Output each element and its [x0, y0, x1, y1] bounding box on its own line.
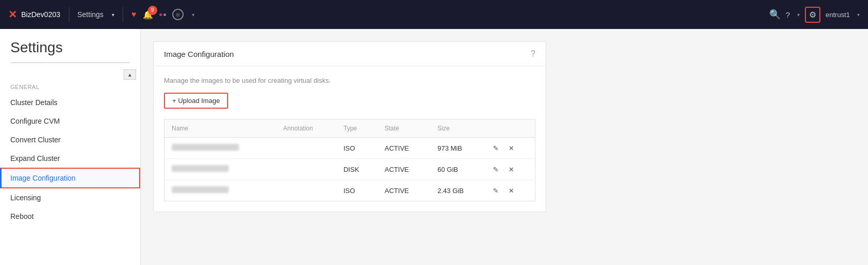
sidebar-section-general: General — [0, 84, 140, 93]
delete-icon[interactable]: ✕ — [508, 187, 514, 195]
col-annotation: Annotation — [276, 120, 336, 138]
action-separator: · — [503, 166, 505, 173]
sidebar-item-label: Configure CVM — [10, 117, 60, 125]
search-icon[interactable]: 🔍 — [769, 9, 781, 20]
delete-icon[interactable]: ✕ — [508, 144, 514, 152]
main-layout: Settings ▲ General Cluster Details Confi… — [0, 29, 868, 265]
sidebar-item-label: Image Configuration — [10, 174, 76, 182]
sidebar-item-reboot[interactable]: Reboot — [0, 207, 140, 226]
sidebar-item-licensing[interactable]: Licensing — [0, 188, 140, 207]
edit-icon[interactable]: ✎ — [493, 166, 499, 173]
cell-actions: ✎ · ✕ — [486, 138, 535, 159]
cell-actions: ✎ · ✕ — [486, 159, 535, 180]
blurred-name — [172, 165, 229, 172]
delete-icon[interactable]: ✕ — [508, 166, 514, 173]
images-table: Name Annotation Type State Size ISO — [164, 119, 535, 201]
sidebar-item-label: Licensing — [10, 194, 41, 202]
bell-icon[interactable]: 🔔 9 — [143, 10, 153, 20]
cell-name — [164, 138, 276, 159]
gear-icon[interactable]: ⚙ — [809, 10, 816, 20]
panel-body: Manage the images to be used for creatin… — [154, 66, 546, 212]
cluster-dropdown-arrow[interactable]: ▾ — [192, 12, 194, 18]
row-action-group: ✎ · ✕ — [493, 166, 528, 173]
brand-x-icon[interactable]: ✕ — [8, 8, 17, 21]
sidebar-title: Settings — [0, 39, 140, 62]
main-content: Image Configuration ? Manage the images … — [141, 29, 868, 265]
notification-badge: 9 — [148, 6, 157, 15]
scroll-controls: ▲ — [0, 69, 140, 80]
nav-icons: ♥ 🔔 9 ◎ ▾ — [131, 9, 194, 20]
brand-name: BizDev0203 — [21, 10, 61, 19]
panel-description: Manage the images to be used for creatin… — [164, 77, 535, 84]
row-action-group: ✎ · ✕ — [493, 144, 528, 152]
dot-gray — [163, 13, 166, 16]
table-row: DISK ACTIVE 60 GiB ✎ · ✕ — [164, 159, 535, 180]
sidebar-item-convert-cluster[interactable]: Convert Cluster — [0, 130, 140, 149]
image-configuration-panel: Image Configuration ? Manage the images … — [153, 41, 546, 212]
cell-size: 60 GiB — [430, 159, 486, 180]
upload-image-button[interactable]: + Upload Image — [164, 93, 228, 109]
col-actions — [486, 120, 535, 138]
nav-left: ✕ BizDev0203 Settings ▾ ♥ 🔔 9 ◎ ▾ — [8, 7, 194, 22]
cell-annotation — [276, 138, 336, 159]
cell-state: ACTIVE — [378, 159, 430, 180]
sidebar-item-label: Expand Cluster — [10, 154, 60, 163]
status-dots — [159, 13, 166, 16]
scroll-up-button[interactable]: ▲ — [124, 69, 136, 80]
table-row: ISO ACTIVE 2.43 GiB ✎ · ✕ — [164, 180, 535, 201]
col-state: State — [378, 120, 430, 138]
health-icon[interactable]: ♥ — [131, 10, 137, 19]
help-dropdown-arrow[interactable]: ▾ — [797, 12, 800, 18]
dot-pink — [159, 13, 162, 16]
user-dropdown-arrow[interactable]: ▾ — [857, 12, 860, 18]
table-row: ISO ACTIVE 973 MiB ✎ · ✕ — [164, 138, 535, 159]
blurred-name — [172, 144, 239, 151]
sidebar-item-image-configuration[interactable]: Image Configuration — [0, 168, 140, 188]
user-name: entrust1 — [826, 11, 850, 19]
col-type: Type — [336, 120, 378, 138]
cell-state: ACTIVE — [378, 180, 430, 201]
table-header-row: Name Annotation Type State Size — [164, 120, 535, 138]
cell-type: ISO — [336, 180, 378, 201]
nav-settings-label: Settings — [78, 10, 104, 19]
panel-help-icon[interactable]: ? — [531, 49, 535, 58]
cell-state: ACTIVE — [378, 138, 430, 159]
cell-name — [164, 159, 276, 180]
cell-type: DISK — [336, 159, 378, 180]
nav-right: 🔍 ? ▾ ⚙ entrust1 ▾ — [769, 7, 860, 23]
cluster-icon[interactable]: ◎ — [172, 9, 184, 20]
settings-dropdown-arrow[interactable]: ▾ — [112, 12, 114, 18]
help-icon[interactable]: ? — [786, 10, 790, 19]
sidebar-divider — [10, 62, 130, 63]
row-action-group: ✎ · ✕ — [493, 187, 528, 195]
cell-size: 973 MiB — [430, 138, 486, 159]
cell-annotation — [276, 159, 336, 180]
top-navigation: ✕ BizDev0203 Settings ▾ ♥ 🔔 9 ◎ ▾ 🔍 ? ▾ — [0, 0, 868, 29]
action-separator: · — [503, 187, 505, 195]
panel-header: Image Configuration ? — [154, 42, 546, 66]
cell-actions: ✎ · ✕ — [486, 180, 535, 201]
cell-type: ISO — [336, 138, 378, 159]
gear-icon-container[interactable]: ⚙ — [805, 7, 820, 23]
edit-icon[interactable]: ✎ — [493, 187, 499, 195]
cell-annotation — [276, 180, 336, 201]
col-size: Size — [430, 120, 486, 138]
col-name: Name — [164, 120, 276, 138]
nav-divider — [69, 7, 69, 22]
blurred-name — [172, 186, 229, 193]
action-separator: · — [503, 144, 505, 152]
sidebar-item-label: Convert Cluster — [10, 136, 61, 144]
edit-icon[interactable]: ✎ — [493, 144, 499, 152]
sidebar-item-expand-cluster[interactable]: Expand Cluster — [0, 149, 140, 168]
brand: ✕ BizDev0203 — [8, 8, 61, 21]
sidebar-item-label: Cluster Details — [10, 98, 57, 107]
cluster-inner-icon: ◎ — [176, 12, 180, 17]
nav-divider-2 — [123, 7, 123, 22]
cell-name — [164, 180, 276, 201]
cell-size: 2.43 GiB — [430, 180, 486, 201]
sidebar-item-configure-cvm[interactable]: Configure CVM — [0, 112, 140, 130]
sidebar-item-cluster-details[interactable]: Cluster Details — [0, 93, 140, 112]
sidebar: Settings ▲ General Cluster Details Confi… — [0, 29, 141, 265]
upload-plus-icon: + Upload Image — [172, 97, 220, 105]
panel-title: Image Configuration — [164, 50, 234, 58]
